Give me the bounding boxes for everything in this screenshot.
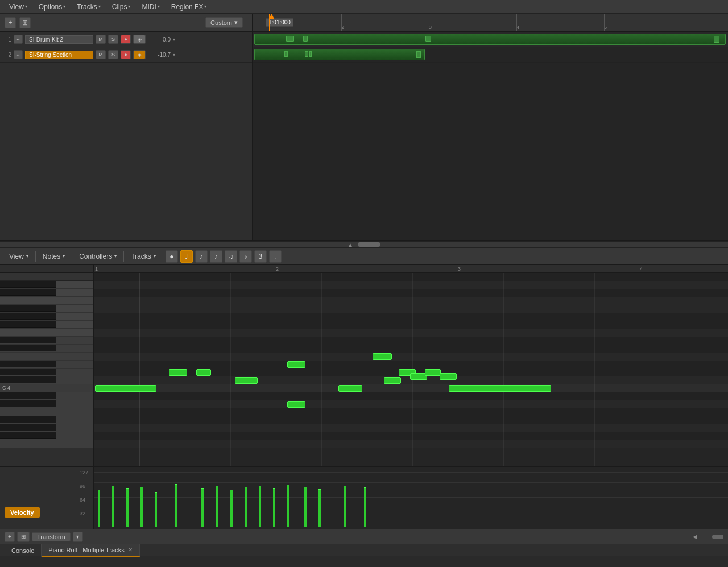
transform-icon-button[interactable]: ⊞ (17, 532, 30, 542)
velocity-bar[interactable] (98, 490, 100, 527)
key-row[interactable] (0, 353, 93, 361)
note-block[interactable] (235, 377, 258, 384)
black-key[interactable] (0, 400, 56, 407)
resize-handle[interactable]: ▲ (0, 241, 728, 248)
key-row[interactable] (0, 329, 93, 337)
vol-arrow-icon: ▾ (173, 37, 175, 42)
note-duration-8th[interactable]: ♪ (195, 250, 208, 263)
transform-button[interactable]: Transform (32, 532, 71, 541)
key-row[interactable] (0, 408, 93, 416)
black-key[interactable] (0, 345, 56, 351)
velocity-bar[interactable] (140, 487, 143, 527)
black-key[interactable] (0, 337, 56, 343)
note-duration-32nd[interactable]: ♪ (239, 250, 252, 263)
velocity-bar[interactable] (112, 486, 114, 527)
add-bottom-button[interactable]: + (5, 532, 15, 542)
key-row[interactable] (0, 440, 93, 448)
velocity-bar[interactable] (245, 487, 247, 527)
velocity-bars-area[interactable] (94, 467, 728, 529)
pr-tracks-menu[interactable]: Tracks ▾ (126, 251, 160, 262)
note-block[interactable] (95, 385, 156, 392)
note-block[interactable] (373, 353, 392, 360)
menu-midi[interactable]: MIDI ▾ (137, 2, 164, 12)
solo-button[interactable]: S (108, 35, 118, 44)
velocity-bar[interactable] (230, 490, 233, 527)
menu-clips[interactable]: Clips ▾ (107, 2, 135, 12)
fx-button[interactable]: ◈ (133, 50, 146, 59)
note-block[interactable] (425, 369, 441, 376)
velocity-bar[interactable] (259, 486, 261, 527)
note-dot[interactable]: . (269, 250, 282, 263)
scroll-thumb[interactable] (712, 535, 723, 539)
black-key[interactable] (0, 424, 56, 431)
menu-region-fx[interactable]: Region FX ▾ (167, 2, 212, 12)
black-key[interactable] (0, 416, 56, 423)
velocity-bar[interactable] (344, 486, 346, 527)
track-name[interactable]: SI-String Section (25, 51, 93, 59)
note-block[interactable] (196, 369, 211, 376)
console-tab[interactable]: Console (5, 544, 42, 557)
black-key[interactable] (0, 361, 56, 367)
velocity-bar[interactable] (175, 484, 177, 527)
clip-1[interactable] (254, 34, 726, 45)
black-key[interactable] (0, 376, 56, 383)
record-button[interactable]: ● (121, 50, 131, 59)
mute-button[interactable]: M (96, 35, 106, 44)
add-track-button[interactable]: + (5, 17, 16, 28)
black-key[interactable] (0, 281, 56, 288)
c4-key[interactable]: C 4 (0, 384, 93, 392)
note-block[interactable] (449, 385, 551, 392)
velocity-bar[interactable] (201, 488, 204, 527)
clip-2[interactable] (254, 49, 425, 60)
black-key[interactable] (0, 313, 56, 320)
close-tab-icon[interactable]: ✕ (128, 547, 133, 553)
velocity-bar[interactable] (304, 487, 307, 527)
fx-button[interactable]: ◈ (133, 35, 146, 44)
black-key[interactable] (0, 369, 56, 375)
black-key[interactable] (0, 321, 56, 328)
menu-view[interactable]: View ▾ (5, 2, 32, 12)
pr-notes-area[interactable] (94, 273, 728, 466)
black-key[interactable] (0, 289, 56, 296)
filter-button[interactable]: ▾ (73, 532, 83, 542)
velocity-badge[interactable]: Velocity (5, 507, 40, 518)
pr-view-menu[interactable]: View ▾ (5, 251, 33, 262)
menu-options[interactable]: Options ▾ (34, 2, 70, 12)
note-duration-triplet[interactable]: ♫ (225, 250, 237, 263)
velocity-bar[interactable] (155, 492, 157, 527)
note-block[interactable] (440, 373, 457, 380)
scroll-left-icon[interactable]: ◀ (690, 533, 700, 540)
velocity-bar[interactable] (216, 486, 218, 527)
velocity-bar[interactable] (126, 488, 129, 527)
note-duration-quarter[interactable]: ♩ (180, 250, 193, 263)
note-block[interactable] (169, 369, 187, 376)
note-block[interactable] (384, 377, 401, 384)
piano-roll-tab[interactable]: Piano Roll - Multiple Tracks ✕ (42, 544, 139, 557)
solo-button[interactable]: S (108, 50, 118, 59)
pr-notes-menu[interactable]: Notes ▾ (38, 251, 69, 262)
piano-keyboard: C 4 (0, 265, 94, 466)
custom-dropdown[interactable]: Custom ▾ (205, 17, 243, 28)
black-key[interactable] (0, 305, 56, 312)
pr-controllers-menu[interactable]: Controllers ▾ (75, 251, 121, 262)
menu-tracks[interactable]: Tracks ▾ (72, 2, 105, 12)
note-block[interactable] (287, 361, 305, 368)
mute-button[interactable]: M (96, 50, 106, 59)
key-row[interactable] (0, 297, 93, 305)
black-key[interactable] (0, 432, 56, 439)
note-block[interactable] (287, 401, 305, 408)
velocity-bar[interactable] (273, 488, 275, 527)
velocity-bar[interactable] (287, 485, 289, 527)
note-block[interactable] (338, 385, 362, 392)
note-value-3[interactable]: 3 (254, 250, 267, 263)
record-button[interactable]: ● (121, 35, 131, 44)
track-name[interactable]: SI-Drum Kit 2 (25, 35, 93, 44)
scroll-thumb[interactable] (358, 242, 380, 247)
track-view-button[interactable]: ⊞ (19, 17, 31, 28)
velocity-bar[interactable] (318, 489, 321, 527)
key-row[interactable] (0, 273, 93, 281)
velocity-bar[interactable] (364, 487, 366, 527)
note-duration-16th[interactable]: ♪ (210, 250, 222, 263)
snap-button[interactable]: ● (166, 250, 178, 263)
black-key[interactable] (0, 392, 56, 399)
